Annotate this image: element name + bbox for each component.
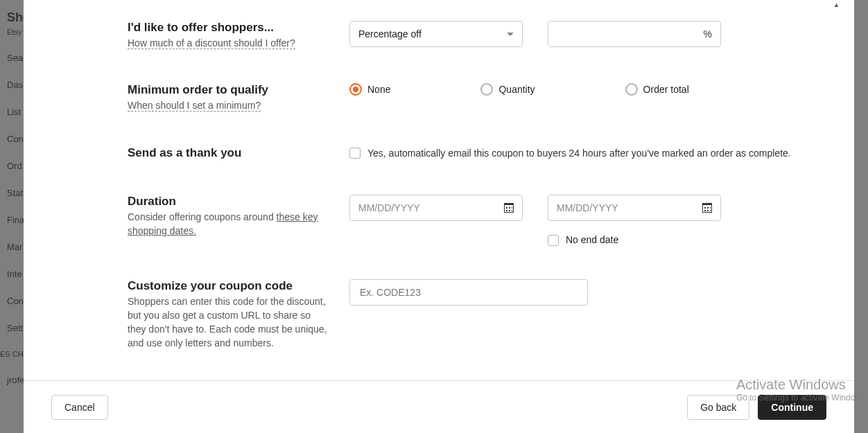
discount-type-select[interactable]: Percentage off [349,21,523,47]
calendar-icon [702,203,712,213]
radio-icon [349,83,362,96]
thankyou-title: Send as a thank you [128,146,329,160]
coupon-modal: ▲ I'd like to offer shoppers... How much… [24,0,854,433]
thankyou-row: Send as a thank you Yes, automatically e… [128,146,813,161]
end-date-placeholder: MM/DD/YYYY [557,202,618,213]
start-date-input[interactable]: MM/DD/YYYY [349,195,523,221]
radio-icon [625,83,638,96]
go-back-button[interactable]: Go back [687,395,749,420]
coupon-input-wrap[interactable] [349,279,588,306]
radio-none-label: None [367,84,390,95]
duration-row: Duration Consider offering coupons aroun… [128,195,813,246]
radio-icon [480,83,493,96]
radio-quantity-label: Quantity [498,84,535,95]
offer-title: I'd like to offer shoppers... [128,21,329,35]
radio-quantity[interactable]: Quantity [480,83,535,96]
minimum-row: Minimum order to qualify When should I s… [128,83,813,112]
cancel-button[interactable]: Cancel [51,395,108,420]
offer-help-link[interactable]: How much of a discount should I offer? [128,37,295,49]
calendar-icon [504,203,514,213]
modal-body[interactable]: I'd like to offer shoppers... How much o… [24,0,854,380]
duration-desc: Consider offering coupons around these k… [128,210,329,238]
radio-order-total[interactable]: Order total [625,83,689,96]
start-date-placeholder: MM/DD/YYYY [358,202,420,213]
thankyou-checkbox[interactable] [349,148,361,159]
end-date-input[interactable]: MM/DD/YYYY [548,195,721,221]
offer-row: I'd like to offer shoppers... How much o… [128,21,813,50]
percent-input-wrap[interactable]: % [548,21,721,47]
noend-label: No end date [566,234,618,245]
discount-type-value: Percentage off [358,28,422,39]
minimum-help-link[interactable]: When should I set a minimum? [128,100,261,112]
coupon-code-input[interactable] [358,286,579,299]
coupon-title: Customize your coupon code [128,279,329,293]
percent-suffix: % [704,28,712,39]
chevron-down-icon [507,33,514,36]
coupon-desc: Shoppers can enter this code for the dis… [128,294,329,351]
coupon-row: Customize your coupon code Shoppers can … [128,279,813,351]
minimum-title: Minimum order to qualify [128,83,329,97]
modal-footer: Cancel Go back Continue [24,380,854,433]
continue-button[interactable]: Continue [758,395,826,420]
percent-input[interactable] [557,28,704,40]
radio-none[interactable]: None [349,83,390,96]
radio-order-total-label: Order total [643,84,689,95]
noend-checkbox[interactable] [548,235,559,246]
duration-title: Duration [128,195,329,209]
thankyou-check-label: Yes, automatically email this coupon to … [367,146,791,160]
